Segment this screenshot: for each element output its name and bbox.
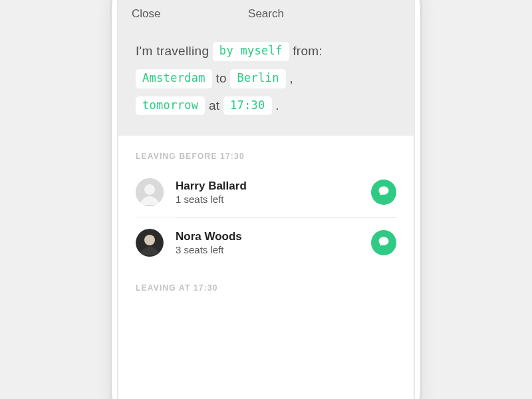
- seats-left: 1 seats left: [176, 194, 371, 205]
- date-token[interactable]: tomorrow: [136, 96, 205, 116]
- navbar: Close Search: [118, 0, 414, 29]
- ride-row[interactable]: Nora Woods 3 seats left: [176, 217, 396, 267]
- svg-point-4: [144, 184, 155, 195]
- volume-up-button: [110, 102, 112, 136]
- query-text: to: [215, 71, 226, 85]
- query-text: I'm travelling: [136, 44, 209, 58]
- query-text: from:: [293, 44, 323, 58]
- query-text: ,: [289, 71, 293, 85]
- results-list[interactable]: LEAVING BEFORE 17:30 Harry Ballard 1 sea…: [118, 136, 414, 299]
- seats-left: 3 seats left: [176, 244, 371, 255]
- search-query-sentence: I'm travelling by myself from: Amsterdam…: [118, 29, 414, 136]
- time-token[interactable]: 17:30: [223, 96, 272, 116]
- avatar[interactable]: [136, 178, 164, 206]
- section-header-at: LEAVING AT 17:30: [136, 267, 396, 299]
- avatar[interactable]: [136, 229, 164, 257]
- travellers-token[interactable]: by myself: [213, 42, 289, 61]
- section-header-before: LEAVING BEFORE 17:30: [136, 136, 396, 168]
- chat-icon: [378, 235, 390, 250]
- chat-icon: [378, 185, 390, 200]
- ride-row[interactable]: Harry Ballard 1 seats left: [136, 168, 396, 217]
- ride-info: Nora Woods 3 seats left: [164, 230, 371, 255]
- chat-button[interactable]: [371, 180, 396, 205]
- to-token[interactable]: Berlin: [230, 69, 285, 88]
- ride-info: Harry Ballard 1 seats left: [164, 180, 371, 205]
- chat-button[interactable]: [371, 230, 396, 255]
- driver-name: Harry Ballard: [176, 180, 371, 193]
- screen: 11:42 AM 100% Close Search I'm travellin…: [117, 0, 415, 399]
- svg-point-6: [144, 235, 155, 245]
- volume-down-button: [110, 142, 112, 176]
- query-text: at: [209, 98, 219, 112]
- power-button: [420, 82, 422, 122]
- mute-switch: [110, 68, 112, 91]
- from-token[interactable]: Amsterdam: [136, 69, 212, 88]
- query-text: .: [275, 98, 279, 112]
- header-area: 11:42 AM 100% Close Search I'm travellin…: [118, 0, 414, 136]
- driver-name: Nora Woods: [176, 230, 371, 243]
- phone-frame: 11:42 AM 100% Close Search I'm travellin…: [110, 0, 422, 399]
- page-title: Search: [132, 7, 400, 21]
